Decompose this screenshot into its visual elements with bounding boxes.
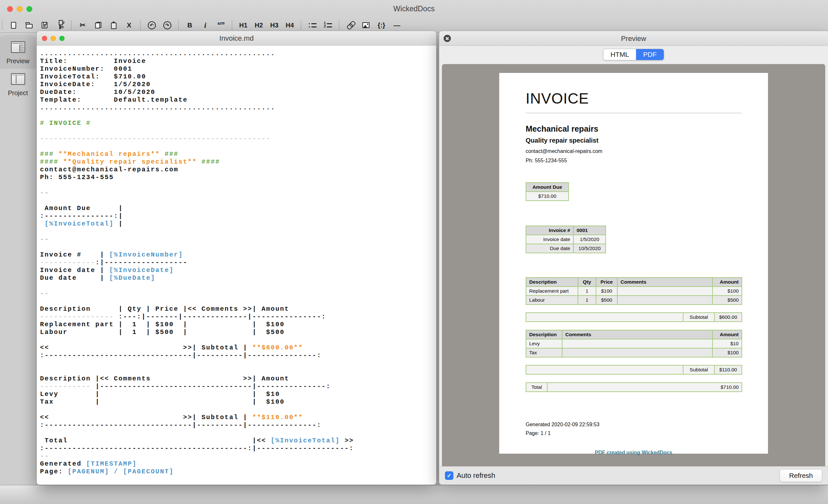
editor-line <box>40 367 436 375</box>
editor-line: Labour | 1 | $500 | | $500 <box>40 329 436 336</box>
editor-line: -- <box>40 452 436 460</box>
invoice-meta-table: Invoice # 0001 Invoice date 1/5/2020 Due… <box>526 225 606 253</box>
editor-line: DueDate: 10/5/2020 <box>40 88 436 96</box>
copy-icon[interactable] <box>91 20 105 31</box>
editor-line: ------------:|------------------ <box>40 259 436 266</box>
editor-line: InvoiceTotal: $710.00 <box>40 73 436 81</box>
numbered-list-icon[interactable] <box>321 20 335 31</box>
new-document-icon[interactable] <box>6 20 20 31</box>
editor-line: -- <box>40 290 436 297</box>
preview-titlebar[interactable]: Preview <box>439 31 828 46</box>
editor-line: :---------------------------------------… <box>40 445 436 452</box>
editor-line: Due date | [%DueDate] <box>40 274 436 282</box>
invoice-heading: INVOICE <box>526 90 742 107</box>
bold-icon[interactable]: B <box>183 20 197 31</box>
editor-line: InvoiceDate: 1/5/2020 <box>40 81 436 88</box>
fees-table: Description Comments Amount Levy $10 Tax… <box>526 330 742 358</box>
editor-line: Description | Qty | Price |<< Comments >… <box>40 305 436 313</box>
editor-line: Title: Invoice <box>40 57 436 65</box>
editor-line: Generated [TIMESTAMP] <box>40 460 436 468</box>
editor-line: ---------------- :---:|-------|---------… <box>40 313 436 321</box>
line-items-table: Description Qty Price Comments Amount Re… <box>526 277 742 305</box>
editor-line: -- <box>40 236 436 243</box>
editor-line: #### **Quality repair specialist** #### <box>40 158 436 166</box>
save-icon[interactable] <box>37 20 52 31</box>
editor-line: Total |<< [%InvoiceTotal] >> <box>40 437 436 445</box>
invoice-page: INVOICE Mechanical repairs Quality repai… <box>499 73 768 454</box>
editor-line: Replacement part | 1 | $100 | | $100 <box>40 321 436 329</box>
preview-title: Preview <box>439 35 828 43</box>
total-row: Total $710.00 <box>526 382 742 392</box>
sidebar-item-label: Project <box>8 89 28 97</box>
editor-line: Levy | | $10 <box>40 390 436 398</box>
editor-line <box>40 429 436 437</box>
editor-line: InvoiceNumber: 0001 <box>40 65 436 73</box>
editor-line: Page: [PAGENUM] / [PAGECOUNT] <box>40 468 436 475</box>
history-group: ↶ ↷ <box>141 20 178 31</box>
sidebar-item-preview[interactable]: Preview <box>0 37 36 69</box>
table-row: Invoice date 1/5/2020 <box>526 235 606 244</box>
table-row: Subtotal $600.00 <box>526 313 742 322</box>
table-row: $710.00 <box>526 192 569 201</box>
status-strip <box>0 485 828 504</box>
save-as-icon[interactable] <box>53 20 67 31</box>
redo-icon[interactable]: ↷ <box>160 20 174 31</box>
italic-icon[interactable]: i <box>198 20 212 31</box>
table-row: Labour 1 $500 $500 <box>526 296 742 305</box>
link-icon[interactable] <box>343 20 358 31</box>
project-layout-icon <box>11 73 25 85</box>
editor-line: :--------------------------------|------… <box>40 352 436 360</box>
format-group: B i “” <box>179 20 232 31</box>
editor-line <box>40 297 436 305</box>
image-icon[interactable] <box>359 20 373 31</box>
editor-line: Invoice # | [%InvoiceNumber] <box>40 251 436 259</box>
table-row: Invoice # 0001 <box>526 226 606 235</box>
pdf-viewport[interactable]: INVOICE Mechanical repairs Quality repai… <box>442 64 825 466</box>
company-tagline: Quality repair specialist <box>526 137 742 144</box>
code-block-icon[interactable]: {:} <box>374 20 388 31</box>
markdown-editor[interactable]: ........................................… <box>40 50 436 475</box>
editor-line <box>40 336 436 344</box>
paste-icon[interactable] <box>107 20 121 31</box>
editor-line: Tax | | $100 <box>40 398 436 406</box>
cut-icon[interactable]: ✂ <box>76 20 90 31</box>
delete-icon[interactable]: X <box>122 20 136 31</box>
preview-panel: Preview HTML PDF INVOICE Mechanical repa… <box>439 31 828 485</box>
tab-pdf[interactable]: PDF <box>636 49 664 60</box>
heading4-icon[interactable]: H4 <box>283 20 297 31</box>
editor-line: ........................................… <box>40 50 436 57</box>
file-group <box>3 20 71 31</box>
heading-rule <box>526 112 742 114</box>
heading1-icon[interactable]: H1 <box>236 20 250 31</box>
table-row: Subtotal $110.00 <box>526 365 742 374</box>
editor-line <box>40 360 436 367</box>
editor-body: ........................................… <box>37 46 436 485</box>
fees-subtotal-row: Subtotal $110.00 <box>526 365 742 375</box>
editor-line <box>40 127 436 135</box>
sidebar-grip[interactable] <box>3 36 33 36</box>
tab-html[interactable]: HTML <box>604 49 636 60</box>
main-titlebar[interactable]: WickedDocs <box>0 0 828 18</box>
bullet-list-icon[interactable] <box>305 20 320 31</box>
heading2-icon[interactable]: H2 <box>252 20 266 31</box>
wickeddocs-footer-link[interactable]: PDF created using WickedDocs <box>526 450 742 456</box>
horizontal-rule-icon[interactable]: — <box>390 20 404 31</box>
heading3-icon[interactable]: H3 <box>267 20 281 31</box>
editor-line: contact@mechanical-repairs.com <box>40 166 436 174</box>
auto-refresh-checkbox[interactable]: ✓ <box>445 471 453 480</box>
table-row: Amount Due <box>526 183 569 192</box>
editor-line <box>40 282 436 290</box>
editor-line: << >>| Subtotal | **$110.00** <box>40 414 436 421</box>
undo-icon[interactable]: ↶ <box>144 20 159 31</box>
open-file-icon[interactable] <box>22 20 36 31</box>
blockquote-icon[interactable]: “” <box>214 20 228 31</box>
editor-line: ----------- |---------------------------… <box>40 383 436 390</box>
editor-line <box>40 142 436 151</box>
generated-timestamp: Generated 2020-02-09 22:59:53 <box>526 422 742 427</box>
table-row: Total $710.00 <box>526 383 742 392</box>
sidebar-item-project[interactable]: Project <box>0 69 36 101</box>
sidebar-item-label: Preview <box>6 57 29 65</box>
editor-titlebar[interactable]: Invoice.md <box>37 31 436 45</box>
table-row: Due date 10/5/2020 <box>526 244 606 253</box>
refresh-button[interactable]: Refresh <box>780 469 822 482</box>
